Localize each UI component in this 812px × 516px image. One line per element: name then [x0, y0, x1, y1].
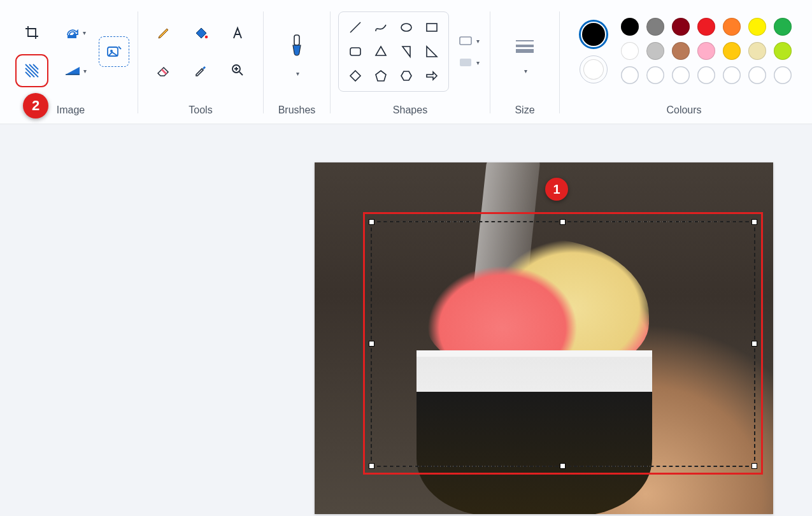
palette-swatch[interactable] [697, 42, 715, 60]
chevron-down-icon: ▾ [476, 59, 480, 66]
palette-swatch[interactable] [774, 18, 792, 36]
shape-pentagon-icon[interactable] [373, 68, 388, 83]
magnifier-button[interactable] [223, 55, 252, 85]
colour-picker-button[interactable] [186, 55, 215, 85]
chevron-down-icon: ▾ [83, 29, 86, 36]
shape-curve-icon[interactable] [373, 20, 388, 35]
crop-icon [24, 25, 39, 40]
palette-swatch[interactable] [621, 42, 639, 60]
group-label-image: Image [57, 98, 85, 124]
shape-oval-icon[interactable] [399, 20, 414, 35]
group-label-tools: Tools [189, 98, 212, 124]
shape-righttri-icon[interactable] [424, 44, 439, 59]
separator [559, 11, 560, 113]
separator [490, 11, 490, 113]
shape-arrow-icon[interactable] [424, 68, 439, 83]
svg-point-5 [401, 24, 411, 31]
pencil-icon [156, 25, 171, 41]
pencil-button[interactable] [149, 18, 178, 48]
group-brushes: ▾ Brushes [266, 5, 327, 124]
shape-roundrect-icon[interactable] [348, 44, 363, 59]
magnifier-icon [230, 62, 245, 78]
canvas[interactable]: 1 [315, 162, 773, 514]
crop-button[interactable] [17, 18, 46, 47]
svg-rect-6 [427, 24, 437, 31]
palette-swatch[interactable] [697, 18, 715, 36]
palette-swatch-empty[interactable] [774, 66, 792, 84]
shape-hexagon-icon[interactable] [399, 68, 414, 83]
group-label-shapes: Shapes [393, 98, 427, 124]
colour-2-swatch[interactable] [580, 55, 608, 83]
palette-swatch-empty[interactable] [748, 66, 766, 84]
palette-swatch[interactable] [774, 42, 792, 60]
selection-button[interactable] [99, 36, 129, 67]
svg-rect-4 [294, 35, 299, 45]
palette-swatch[interactable] [723, 42, 741, 60]
shape-line-icon[interactable] [348, 20, 363, 35]
shape-polygon-icon[interactable] [373, 44, 388, 59]
palette-swatch[interactable] [748, 18, 766, 36]
resize-icon [24, 62, 40, 79]
palette-swatch-empty[interactable] [672, 66, 690, 84]
palette-swatch[interactable] [621, 18, 639, 36]
palette-swatch[interactable] [672, 18, 690, 36]
annotation-callout-2: 2 [23, 93, 48, 118]
workspace: 1 [0, 124, 812, 516]
palette-swatch[interactable] [646, 18, 664, 36]
eraser-icon [155, 63, 172, 77]
group-label-brushes: Brushes [278, 98, 316, 124]
svg-point-2 [205, 36, 208, 39]
chevron-down-icon: ▾ [524, 68, 527, 75]
svg-rect-8 [460, 37, 471, 45]
separator [138, 11, 138, 113]
palette-swatch-empty[interactable] [697, 66, 715, 84]
eraser-button[interactable] [149, 55, 178, 85]
separator [330, 11, 331, 113]
chevron-down-icon: ▾ [83, 68, 87, 75]
canvas-image [417, 350, 652, 514]
stroke-size-icon [514, 37, 536, 55]
group-label-size: Size [515, 98, 534, 124]
colour-1-swatch[interactable] [579, 20, 608, 49]
outline-icon [459, 36, 473, 46]
shapes-gallery[interactable] [338, 11, 449, 92]
shape-outline-button[interactable]: ▾ [455, 36, 482, 46]
shape-rect-icon[interactable] [424, 20, 439, 35]
rotate-button[interactable]: ▾ [57, 18, 93, 47]
brushes-button[interactable] [280, 27, 313, 66]
group-shapes: ▾ ▾ Shapes [333, 5, 487, 124]
svg-rect-9 [460, 59, 471, 66]
selection-icon [106, 44, 122, 59]
fill-bucket-icon [192, 25, 209, 41]
palette-swatch-empty[interactable] [723, 66, 741, 84]
text-icon [230, 25, 245, 41]
chevron-down-icon: ▾ [296, 70, 299, 77]
fill-button[interactable] [186, 18, 215, 48]
svg-rect-7 [350, 48, 360, 55]
text-button[interactable] [223, 18, 252, 48]
group-colours: Colours [562, 5, 806, 124]
rotate-icon [65, 26, 80, 39]
group-size: ▾ Size [493, 5, 557, 124]
brush-icon [287, 34, 306, 59]
palette-swatch[interactable] [672, 42, 690, 60]
shape-triangle-icon[interactable] [399, 44, 414, 59]
colour-palette [621, 18, 793, 85]
resize-button[interactable] [17, 56, 46, 85]
shape-diamond-icon[interactable] [348, 68, 363, 83]
palette-swatch-empty[interactable] [646, 66, 664, 84]
palette-swatch-empty[interactable] [621, 66, 639, 84]
separator [263, 11, 264, 113]
size-button[interactable] [508, 29, 541, 62]
shape-fill-button[interactable]: ▾ [455, 57, 482, 68]
palette-swatch[interactable] [748, 42, 766, 60]
flip-button[interactable]: ▾ [57, 56, 93, 85]
palette-swatch[interactable] [646, 42, 664, 60]
chevron-down-icon: ▾ [476, 38, 480, 45]
palette-swatch[interactable] [723, 18, 741, 36]
group-label-colours: Colours [666, 98, 701, 124]
flip-icon [64, 65, 81, 76]
fill-icon [459, 57, 473, 68]
group-tools: Tools [141, 5, 260, 124]
annotation-callout-1: 1 [545, 178, 568, 201]
